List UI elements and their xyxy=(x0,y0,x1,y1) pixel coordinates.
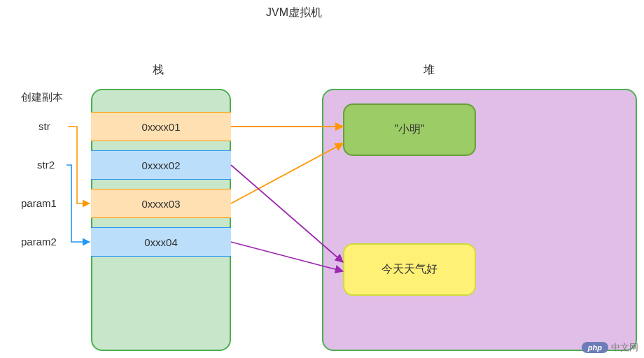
slot-value: 0xxx04 xyxy=(144,236,178,248)
stack-slot-str2: 0xxxx02 xyxy=(91,150,231,180)
stack-slot-str: 0xxxx01 xyxy=(91,112,231,141)
heap-node-text: 今天天气好 xyxy=(382,262,438,277)
watermark-text: 中文网 xyxy=(611,341,638,354)
arrow-copy-str2-param2 xyxy=(66,165,90,242)
stack-slot-param2: 0xxx04 xyxy=(91,227,231,257)
diagram-title: JVM虚拟机 xyxy=(266,6,322,20)
watermark: php 中文网 xyxy=(582,341,638,354)
stack-title: 栈 xyxy=(153,63,164,78)
label-str: str xyxy=(38,120,50,132)
arrow-copy-str-param1 xyxy=(68,127,90,203)
heap-node-text: "小明" xyxy=(394,122,424,137)
watermark-badge: php xyxy=(582,342,608,353)
slot-value: 0xxxx02 xyxy=(141,159,180,171)
copy-label: 创建副本 xyxy=(21,91,63,104)
label-str2: str2 xyxy=(37,159,55,171)
heap-node-xiaoming: "小明" xyxy=(343,103,476,156)
label-param1: param1 xyxy=(21,197,57,209)
heap-node-weather: 今天天气好 xyxy=(343,243,476,296)
heap-title: 堆 xyxy=(424,63,435,78)
slot-value: 0xxxx03 xyxy=(141,198,180,210)
stack-slot-param1: 0xxxx03 xyxy=(91,189,231,218)
slot-value: 0xxxx01 xyxy=(141,121,180,133)
label-param2: param2 xyxy=(21,236,57,248)
